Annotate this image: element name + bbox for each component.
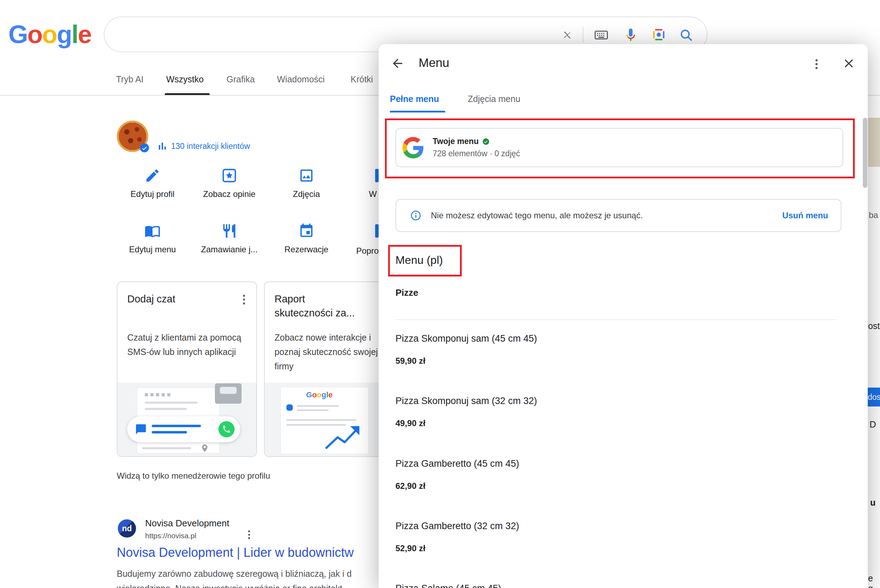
menu-item[interactable]: Pizza Gamberetto (32 cm 32) 52,90 zł	[395, 520, 836, 553]
review-star-icon	[221, 168, 237, 184]
source-card-title: Twoje menu	[432, 136, 479, 146]
panel-active-tab-underline	[390, 111, 445, 112]
action-zamawianie[interactable]: Zamawianie j...	[200, 223, 259, 254]
result-snippet-line2: wielorodzinne. Nasze inwestycje wyróżnia…	[117, 582, 342, 588]
chat-bubble-icon	[135, 423, 147, 435]
google-logo[interactable]: Google	[8, 18, 91, 51]
panel-scrollbar-thumb[interactable]	[863, 118, 867, 188]
tab-wszystko[interactable]: Wszystko	[166, 74, 204, 84]
action-zobacz-opinie[interactable]: Zobacz opinie	[200, 168, 259, 199]
google-lens-icon[interactable]	[651, 27, 667, 43]
screenshot-root: Google Tryb AI Wszystko Grafika Wiadomoś…	[0, 0, 880, 588]
menu-item-name: Pizza Gamberetto (45 cm 45)	[395, 457, 836, 470]
card-title: Raport skuteczności za...	[275, 292, 362, 320]
action-edytuj-menu[interactable]: Edytuj menu	[123, 223, 182, 254]
bar-chart-icon	[157, 141, 168, 152]
logo-letter: l	[72, 20, 78, 48]
menu-item-price: 59,90 zł	[395, 356, 836, 366]
panel-title: Menu	[419, 56, 449, 70]
result-kebab-icon[interactable]	[242, 528, 256, 542]
back-arrow-icon[interactable]	[389, 55, 406, 72]
action-label-clipped[interactable]: Popro	[356, 246, 378, 256]
result-snippet-line1: Budujemy zarówno zabudowę szeregową i bl…	[117, 568, 351, 580]
result-site-name: Novisa Development	[145, 518, 229, 529]
category-divider	[395, 320, 836, 320]
menu-panel: Menu Pełne menu Zdjęcia menu Twoje menu	[378, 44, 868, 588]
managers-only-note: Widzą to tylko menedżerowie tego profilu	[117, 471, 270, 481]
tab-zdjecia-menu[interactable]: Zdjęcia menu	[468, 94, 520, 104]
mini-google-logo: Google	[306, 390, 333, 399]
menu-language-heading: Menu (pl)	[395, 254, 443, 267]
card-dodaj-czat: Dodaj czat Czatuj z klientami za pomocą …	[117, 281, 257, 457]
calendar-icon	[298, 223, 314, 239]
action-zdjecia[interactable]: Zdjęcia	[276, 168, 336, 199]
menu-item[interactable]: Pizza Salame (45 cm 45)	[395, 582, 836, 588]
customer-interactions-link[interactable]: 130 interakcji klientów	[157, 141, 250, 152]
action-label-clipped[interactable]: W	[369, 189, 377, 199]
card-body-text: Czatuj z klientami za pomocą SMS-ów lub …	[127, 330, 243, 359]
menu-item-name: Pizza Salame (45 cm 45)	[395, 582, 836, 588]
logo-letter: o	[27, 20, 42, 48]
info-banner: Nie możesz edytować tego menu, ale możes…	[395, 199, 841, 232]
action-label: Edytuj profil	[131, 189, 174, 199]
clipped-text: D	[869, 419, 876, 430]
pencil-icon	[144, 168, 161, 184]
favicon-text: nd	[122, 524, 132, 533]
clipped-blue-button: dos	[868, 387, 880, 406]
menu-item-name: Pizza Skomponuj sam (45 cm 45)	[395, 332, 836, 345]
action-edytuj-profil[interactable]: Edytuj profil	[123, 168, 182, 199]
verified-badge-icon	[140, 143, 149, 153]
close-icon[interactable]	[840, 55, 857, 72]
logo-letter: o	[42, 20, 57, 48]
tab-grafika[interactable]: Grafika	[227, 74, 255, 84]
info-banner-text: Nie możesz edytować tego menu, ale możes…	[431, 211, 772, 220]
source-card-meta: 728 elementów · 0 zdjęć	[432, 149, 520, 158]
menu-item[interactable]: Pizza Gamberetto (45 cm 45) 62,90 zł	[395, 457, 836, 491]
verified-check-icon	[482, 138, 490, 146]
logo-letter: e	[78, 20, 91, 48]
trending-up-arrow	[324, 422, 363, 452]
menu-source-card[interactable]: Twoje menu 728 elementów · 0 zdjęć	[395, 128, 843, 167]
clipped-text: ost	[868, 321, 880, 331]
delete-menu-button[interactable]: Usuń menu	[782, 211, 828, 220]
clear-search-icon[interactable]	[560, 27, 576, 43]
result-title-link[interactable]: Novisa Development | Lider w budownictw	[117, 545, 354, 560]
clipped-text: e g	[868, 573, 880, 588]
search-bar-divider	[583, 27, 583, 43]
action-rezerwacje[interactable]: Rezerwacje	[276, 223, 336, 254]
search-submit-icon[interactable]	[678, 27, 694, 43]
tab-pelne-menu[interactable]: Pełne menu	[390, 94, 439, 104]
restaurant-icon	[221, 223, 237, 239]
keyboard-icon[interactable]	[593, 27, 609, 43]
whatsapp-icon	[218, 421, 234, 437]
tab-krotkie[interactable]: Krótki	[351, 74, 373, 84]
menu-item[interactable]: Pizza Skomponuj sam (32 cm 32) 49,90 zł	[395, 394, 836, 428]
card-menu-kebab-icon[interactable]	[238, 292, 250, 307]
tab-tryb-ai[interactable]: Tryb AI	[116, 74, 143, 84]
logo-letter: g	[57, 20, 72, 48]
clipped-text: u	[870, 498, 875, 508]
menu-item-price: 62,90 zł	[395, 481, 836, 491]
menu-item[interactable]: Pizza Skomponuj sam (45 cm 45) 59,90 zł	[395, 332, 836, 366]
card-title: Dodaj czat	[127, 292, 175, 306]
panel-kebab-icon[interactable]	[808, 56, 825, 72]
menu-item-price: 52,90 zł	[395, 543, 836, 553]
clipped-action-icon	[375, 224, 378, 238]
location-pin-icon	[200, 444, 209, 453]
action-label: Edytuj menu	[129, 244, 176, 254]
card-body-text: Zobacz nowe interakcje i poznaj skuteczn…	[275, 330, 390, 374]
google-g-icon	[402, 137, 424, 158]
info-icon	[410, 210, 421, 221]
clipped-action-icon	[375, 169, 378, 182]
close-icon	[562, 29, 574, 41]
menu-book-icon	[144, 223, 161, 239]
menu-category-heading: Pizze	[395, 287, 418, 298]
clipped-thumbnail	[868, 118, 880, 167]
tab-wiadomosci[interactable]: Wiadomości	[277, 74, 324, 84]
interactions-label: 130 interakcji klientów	[171, 142, 250, 151]
action-label: Zamawianie j...	[201, 244, 257, 254]
action-label: Zobacz opinie	[203, 189, 255, 199]
menu-item-name: Pizza Gamberetto (32 cm 32)	[395, 520, 836, 532]
microphone-icon[interactable]	[623, 27, 639, 43]
action-label: Zdjęcia	[293, 189, 320, 199]
